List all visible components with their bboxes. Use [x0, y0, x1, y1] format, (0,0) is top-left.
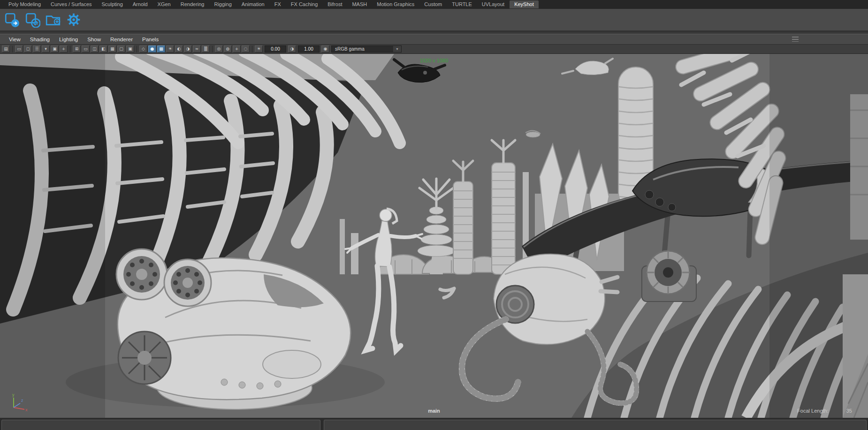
- intake-turbine: [118, 332, 171, 384]
- turbine-fan: [116, 249, 167, 300]
- shelf-tab-mash[interactable]: MASH: [347, 0, 372, 8]
- xray-joints-icon[interactable]: +: [233, 45, 241, 53]
- toolbar-separator: [137, 46, 137, 53]
- keyshot-shelf: [0, 9, 868, 31]
- camera-icon[interactable]: ▭: [15, 45, 23, 53]
- bottom-pane-right[interactable]: [324, 420, 867, 430]
- viewport-scene[interactable]: [0, 54, 868, 418]
- focal-length-hud: Focal Length:35: [797, 408, 852, 414]
- gate-mask-icon[interactable]: ◧: [99, 45, 107, 53]
- gamma-icon[interactable]: ◑: [288, 45, 296, 53]
- color-management-icon[interactable]: ◉: [321, 45, 329, 53]
- field-chart-icon[interactable]: ▦: [108, 45, 116, 53]
- bottom-panes: [0, 418, 868, 430]
- wireframe-icon[interactable]: ◇: [139, 45, 147, 53]
- shelf-tab-rendering[interactable]: Rendering: [176, 0, 209, 8]
- view-transform-dropdown[interactable]: sRGB gamma ▼: [331, 45, 402, 53]
- shelf-tab-xgen[interactable]: XGen: [153, 0, 175, 8]
- tentacle-claw: [440, 288, 454, 298]
- viewport-toolbar: ▤ ▭ ◻ ☰ ▾ ▣ + ⊞ ▭ ◫ ◧ ▦ ▢ ▣ ◇ ● ▩ ☀ ◐ ◑ …: [0, 45, 868, 54]
- maya-window: Poly Modeling Curves / Surfaces Sculptin…: [0, 0, 868, 430]
- axis-y-label: y: [12, 392, 15, 397]
- menu-view[interactable]: View: [5, 36, 25, 43]
- shelf-tab-turtle[interactable]: TURTLE: [447, 0, 477, 8]
- bottom-pane-left[interactable]: [1, 420, 320, 430]
- menu-renderer[interactable]: Renderer: [106, 36, 137, 43]
- panel-layout-icon[interactable]: ▤: [2, 45, 10, 53]
- right-turbine[interactable]: [642, 251, 696, 302]
- shelf-tab-custom[interactable]: Custom: [419, 0, 447, 8]
- camera-attributes-icon[interactable]: ☰: [33, 45, 41, 53]
- image-plane-icon[interactable]: ▣: [51, 45, 59, 53]
- camera-name-label: main: [428, 408, 440, 414]
- ssao-icon[interactable]: ◑: [184, 45, 192, 53]
- keyshot-export-icon[interactable]: [3, 11, 21, 29]
- fog-icon[interactable]: ▒: [202, 45, 210, 53]
- segmented-tower: [492, 140, 515, 274]
- toolbar-separator: [12, 46, 13, 53]
- gate-mask-right: [769, 54, 868, 418]
- motion-blur-icon[interactable]: ≈: [193, 45, 201, 53]
- shelf-tab-poly-modeling[interactable]: Poly Modeling: [4, 0, 46, 8]
- shelf-tab-arnold[interactable]: Arnold: [128, 0, 152, 8]
- segmented-tower: [453, 161, 473, 274]
- menu-panels[interactable]: Panels: [138, 36, 163, 43]
- gamma-field[interactable]: 1.00: [298, 45, 320, 53]
- camera-lock-icon[interactable]: ◻: [24, 45, 32, 53]
- shelf-tab-curves-surfaces[interactable]: Curves / Surfaces: [46, 0, 96, 8]
- axis-x-label: x: [25, 407, 28, 412]
- shelf-tab-fx-caching[interactable]: FX Caching: [286, 0, 322, 8]
- resolution-gate-icon[interactable]: ◫: [91, 45, 99, 53]
- xray-icon[interactable]: ◍: [224, 45, 232, 53]
- shelf-tab-sculpting[interactable]: Sculpting: [97, 0, 128, 8]
- safe-title-icon[interactable]: ▣: [126, 45, 134, 53]
- keyshot-settings-icon[interactable]: [65, 11, 83, 29]
- exposure-icon[interactable]: ☀: [255, 45, 263, 53]
- grid-icon[interactable]: ⊞: [73, 45, 81, 53]
- menu-show[interactable]: Show: [83, 36, 105, 43]
- textured-mode-icon[interactable]: ▩: [157, 45, 165, 53]
- resolution-gate-label: 1920 x 1080: [420, 58, 449, 63]
- gate-mask-left: [0, 54, 105, 418]
- toolbar-separator: [212, 46, 213, 53]
- bookmark-icon[interactable]: ▾: [42, 45, 50, 53]
- shelf-tab-animation[interactable]: Animation: [237, 0, 269, 8]
- axis-z-label: z: [21, 398, 23, 403]
- view-axis: y x z: [8, 392, 29, 413]
- shelf-tab-keyshot[interactable]: KeyShot: [510, 0, 539, 8]
- shelf-tab-bar: Poly Modeling Curves / Surfaces Sculptin…: [0, 0, 868, 9]
- menu-shading[interactable]: Shading: [26, 36, 54, 43]
- small-spaceship[interactable]: [525, 130, 541, 137]
- pane-handle-icon[interactable]: [792, 37, 799, 42]
- panel-menu-bar: View Shading Lighting Show Renderer Pane…: [0, 34, 868, 45]
- toolbar-separator: [70, 46, 70, 53]
- xray-active-icon[interactable]: ◌: [242, 45, 250, 53]
- keyshot-update-icon[interactable]: [23, 11, 41, 29]
- keyshot-folder-icon[interactable]: [44, 11, 62, 29]
- use-all-lights-icon[interactable]: ☀: [166, 45, 174, 53]
- shelf-tab-uvlayout[interactable]: UVLayout: [477, 0, 509, 8]
- shelf-tab-rigging[interactable]: Rigging: [209, 0, 236, 8]
- two-d-pan-zoom-icon[interactable]: +: [60, 45, 68, 53]
- menu-lighting[interactable]: Lighting: [55, 36, 82, 43]
- toolbar-separator: [252, 46, 252, 53]
- view-transform-value: sRGB gamma: [335, 46, 365, 52]
- safe-action-icon[interactable]: ▢: [117, 45, 125, 53]
- shelf-tab-bifrost[interactable]: Bifrost: [323, 0, 347, 8]
- turbine-fan: [164, 259, 211, 306]
- shelf-tab-motion-graphics[interactable]: Motion Graphics: [372, 0, 419, 8]
- focal-length-label: Focal Length:: [797, 408, 829, 414]
- female-character[interactable]: [345, 209, 422, 350]
- viewport: 1920 x 1080 main Focal Length:35 y x z: [0, 54, 868, 418]
- film-gate-icon[interactable]: ▭: [82, 45, 90, 53]
- chevron-down-icon[interactable]: ▼: [393, 46, 401, 52]
- exposure-field[interactable]: 0.00: [265, 45, 286, 53]
- focal-length-value: 35: [846, 408, 852, 414]
- shelf-tab-fx[interactable]: FX: [270, 0, 286, 8]
- light-spaceship[interactable]: [562, 59, 613, 75]
- isolate-select-icon[interactable]: ◎: [215, 45, 223, 53]
- shadows-icon[interactable]: ◐: [175, 45, 183, 53]
- shaded-mode-icon[interactable]: ●: [148, 45, 156, 53]
